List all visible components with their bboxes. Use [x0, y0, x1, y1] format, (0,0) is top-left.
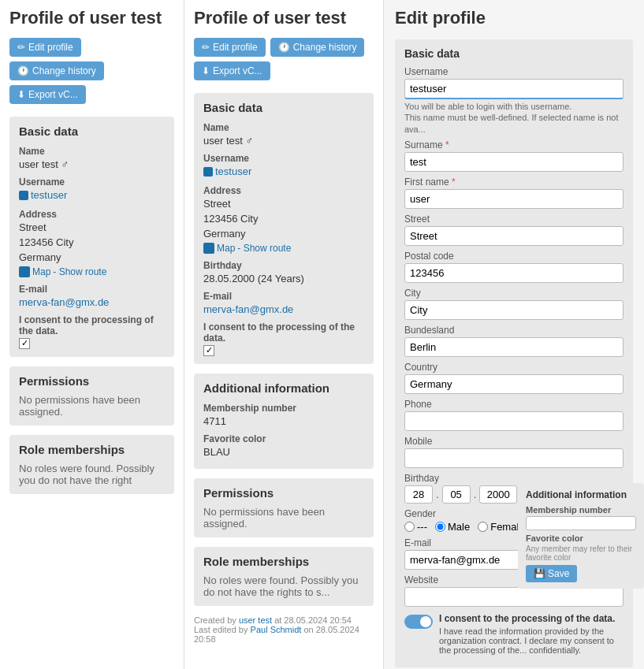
panel2-footer-editor-link[interactable]: Paul Schmidt: [251, 625, 302, 634]
panel3-street-label: Street: [404, 214, 624, 225]
panel3-website-input[interactable]: [404, 587, 624, 607]
panel2-basic-title: Basic data: [203, 101, 364, 114]
panel1-address-label: Address: [19, 209, 165, 220]
edit-icon-p2: ✏: [202, 42, 210, 53]
panel1-map-link[interactable]: Map - Show route: [19, 266, 165, 277]
panel1-email-link[interactable]: merva-fan@gmx.de: [19, 296, 109, 308]
panel2-roles-empty: No roles were found. Possibly you do not…: [203, 574, 364, 598]
panel1-permissions-empty: No permissions have been assigned.: [19, 394, 165, 418]
panel1-username-link[interactable]: testuser: [31, 189, 67, 201]
panel2-consent-label: I consent to the processing of the data.: [203, 321, 364, 344]
panel3-firstname-field: First name *: [404, 177, 624, 209]
panel2-consent-checkbox[interactable]: ✓: [203, 345, 214, 356]
history-icon-p2: 🕐: [278, 42, 290, 53]
panel2-footer-user-link[interactable]: user test: [239, 615, 272, 625]
panel1-roles-title: Role memberships: [19, 443, 165, 456]
panel2-permissions-title: Permissions: [203, 486, 364, 500]
panel2-username-link[interactable]: testuser: [215, 165, 251, 177]
panel3-surname-input[interactable]: [404, 152, 624, 172]
map-icon-p2: [203, 243, 214, 254]
edit-icon: ✏: [17, 42, 25, 53]
panel3-mobile-field: Mobile: [404, 436, 624, 468]
panel3-phone-input[interactable]: [404, 411, 624, 431]
panel3-gender-none: ---: [404, 521, 427, 533]
panel3-ai-membership-input[interactable]: [526, 516, 636, 530]
panel1-basic-data-title: Basic data: [19, 125, 165, 138]
map-icon: [19, 266, 30, 277]
panel2-membership-value: 4711: [203, 415, 364, 427]
panel1-name-value: user test ♂: [19, 158, 165, 170]
panel2-address-label: Address: [203, 185, 364, 196]
panel3-birthday-month[interactable]: [442, 485, 471, 504]
panel2-edit-button[interactable]: ✏ Edit profile: [194, 38, 266, 57]
panel3-bundesland-input[interactable]: [404, 337, 624, 357]
panel3-city-label: City: [404, 288, 624, 299]
panel1-consent-checkbox[interactable]: ✓: [19, 338, 30, 349]
panel2-username-tag: testuser: [203, 165, 251, 177]
panel1-edit-button[interactable]: ✏ Edit profile: [9, 38, 81, 57]
panel3-street-field: Street: [404, 214, 624, 246]
panel2-additional-title: Additional information: [203, 381, 364, 395]
panel3-postal-label: Postal code: [404, 251, 624, 262]
panel3-username-input[interactable]: [404, 79, 624, 99]
user-icon-p2: [203, 167, 213, 177]
panel2-permissions-section: Permissions No permissions have been ass…: [194, 478, 374, 537]
panel-2: Profile of user test ✏ Edit profile 🕐 Ch…: [184, 0, 384, 669]
panel3-phone-label: Phone: [404, 399, 624, 410]
panel3-surname-field: Surname *: [404, 139, 624, 172]
panel3-city-field: City: [404, 288, 624, 320]
panel-1: Profile of user test ✏ Edit profile 🕐 Ch…: [0, 0, 184, 669]
panel3-gender-male: Male: [435, 521, 470, 533]
panel3-country-label: Country: [404, 362, 624, 373]
panel2-export-button[interactable]: ⬇ Export vC...: [194, 61, 270, 80]
panel1-username-tag: testuser: [19, 189, 67, 201]
panel2-email-label: E-mail: [203, 291, 364, 302]
panel3-country-input[interactable]: [404, 374, 624, 394]
panel1-consent-label: I consent to the processing of the data.: [19, 314, 165, 336]
panel3-postal-input[interactable]: [404, 263, 624, 283]
panel2-additional-card: Additional information Membership number…: [194, 374, 374, 469]
panel2-username-label: Username: [203, 153, 364, 164]
panel2-favorite-value: BLAU: [203, 446, 364, 458]
panel3-firstname-input[interactable]: [404, 189, 624, 209]
panel3-mobile-input[interactable]: [404, 448, 624, 468]
panel1-toolbar: ✏ Edit profile 🕐 Change history ⬇ Export…: [9, 38, 174, 104]
panel3-street-input[interactable]: [404, 226, 624, 246]
panel3-phone-field: Phone: [404, 399, 624, 431]
panel1-permissions-title: Permissions: [19, 374, 165, 388]
user-icon: [19, 191, 28, 200]
panel1-roles-empty: No roles were found. Possibly you do not…: [19, 463, 165, 486]
panel3-bundesland-field: Bundesland: [404, 325, 624, 357]
panel1-basic-data-card: Basic data Name user test ♂ Username tes…: [9, 117, 174, 357]
panel3-save-button[interactable]: 💾 Save: [526, 565, 577, 582]
panel3-birthday-day[interactable]: [404, 485, 433, 504]
panel1-history-button[interactable]: 🕐 Change history: [9, 61, 104, 80]
gender-male-radio[interactable]: [435, 522, 445, 532]
panel2-country: Germany: [203, 228, 364, 240]
panel3-postal-field: Postal code: [404, 251, 624, 283]
panel3-consent-toggle[interactable]: [404, 615, 433, 629]
panel2-street: Street: [203, 198, 364, 210]
panel3-ai-favorite-label: Favorite color: [526, 533, 636, 543]
gender-female-radio[interactable]: [478, 522, 488, 532]
panel2-history-button[interactable]: 🕐 Change history: [270, 38, 365, 57]
panel3-consent-title: I consent to the processing of the data.: [439, 613, 624, 624]
panel2-email-link[interactable]: merva-fan@gmx.de: [203, 303, 293, 315]
panel3-birthday-year[interactable]: [479, 485, 517, 504]
panel1-username-label: Username: [19, 177, 165, 188]
panel1-permissions-section: Permissions No permissions have been ass…: [9, 366, 174, 426]
panel1-name-label: Name: [19, 146, 165, 157]
panel3-birthday-label: Birthday: [404, 473, 624, 484]
panel1-page-title: Profile of user test: [9, 8, 174, 28]
panel-3: Edit profile Basic data Username You wil…: [384, 0, 644, 669]
gender-none-radio[interactable]: [404, 522, 415, 532]
panel3-consent-row: I consent to the processing of the data.…: [404, 613, 624, 655]
save-icon: 💾: [534, 568, 545, 579]
panel2-map-link[interactable]: Map - Show route: [203, 243, 364, 254]
panel1-email-label: E-mail: [19, 284, 165, 295]
panel2-birthday-value: 28.05.2000 (24 Years): [203, 273, 364, 284]
panel1-export-button[interactable]: ⬇ Export vC...: [9, 85, 86, 104]
panel3-city-input[interactable]: [404, 300, 624, 320]
panel3-basic-form-title: Basic data: [404, 47, 624, 60]
history-icon: 🕐: [17, 65, 29, 76]
